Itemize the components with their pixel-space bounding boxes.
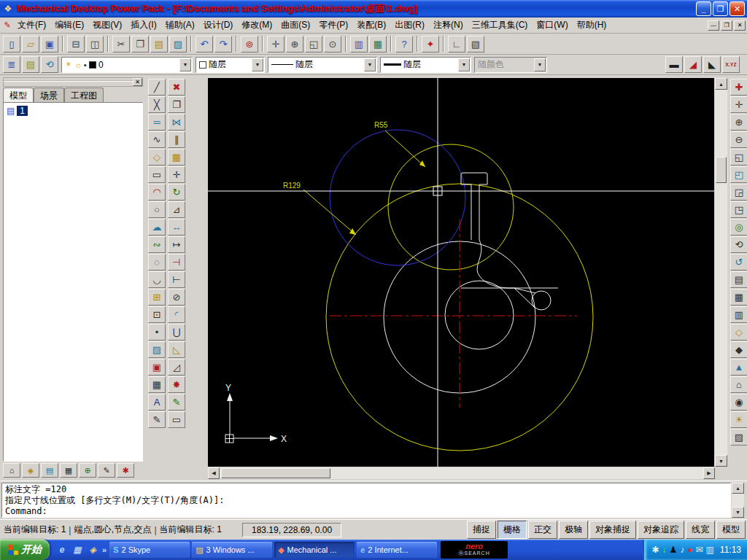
erase-icon[interactable]: ✖	[168, 79, 185, 96]
status-toggle[interactable]: 模型	[716, 521, 746, 539]
object-properties-icon[interactable]: ▭	[168, 411, 185, 428]
point-icon[interactable]: •	[148, 324, 166, 341]
lineweight-display-icon[interactable]: ▬	[665, 56, 683, 73]
status-toggle[interactable]: 线宽	[686, 521, 715, 539]
rotate-icon[interactable]: ↻	[168, 184, 185, 201]
break-point-icon[interactable]: ⊘	[168, 289, 185, 306]
render-icon[interactable]: ▨	[730, 429, 747, 446]
scroll-down-icon[interactable]: ▼	[715, 455, 727, 467]
top-view-icon[interactable]: ▦	[730, 289, 747, 306]
offset-icon[interactable]: ∥	[168, 131, 185, 148]
media-player-icon[interactable]: ◈	[86, 543, 99, 556]
properties-icon[interactable]: ▥	[350, 36, 368, 52]
antivirus-tray-icon[interactable]: ●	[687, 545, 692, 555]
color-dropdown[interactable]: 随层 ▼	[196, 57, 265, 73]
taskbar-task[interactable]: S2 Skype	[109, 542, 190, 558]
menu-item[interactable]: 视图(V)	[88, 17, 126, 34]
stretch-icon[interactable]: ↔	[168, 219, 185, 236]
browser-grid-icon[interactable]: ▦	[60, 463, 77, 478]
dropdown-arrow-icon[interactable]: ▼	[458, 58, 470, 71]
named-ucs-icon[interactable]: ◣	[703, 56, 721, 73]
arc-icon[interactable]: ◠	[148, 184, 166, 201]
dropdown-arrow-icon[interactable]: ▼	[364, 58, 376, 71]
revision-cloud-icon[interactable]: ☁	[148, 219, 166, 236]
volume-tray-icon[interactable]: ♪	[680, 545, 684, 555]
join-icon[interactable]: ⋃	[168, 324, 185, 341]
ucs-icon[interactable]: ∟	[448, 36, 465, 52]
lineweight-dropdown[interactable]: 随层 ▼	[380, 57, 471, 73]
zoom-window2-icon[interactable]: ◱	[730, 149, 747, 166]
zoom-out-icon[interactable]: ⊖	[730, 131, 747, 148]
layer-dropdown[interactable]: ☀ ☼ ▪ 0 ▼	[61, 57, 193, 73]
zoom-scale-icon[interactable]: ◲	[730, 184, 747, 201]
front-view-icon[interactable]: ▤	[730, 271, 747, 288]
maximize-button[interactable]: ❐	[713, 1, 728, 16]
left-view-icon[interactable]: ▥	[730, 306, 747, 323]
scroll-up-icon[interactable]: ▲	[715, 78, 727, 90]
browser-add-icon[interactable]: ⊕	[79, 463, 96, 478]
move-icon[interactable]: ✛	[168, 166, 185, 183]
shade-icon[interactable]: ◆	[730, 341, 747, 358]
orbit-icon[interactable]: ↺	[730, 254, 747, 271]
zoom-dynamic-icon[interactable]: ◰	[730, 166, 747, 183]
iso-view-icon[interactable]: ◇	[730, 324, 747, 341]
print-preview-icon[interactable]: ◫	[86, 36, 104, 52]
rectangle-icon[interactable]: ▭	[148, 166, 166, 183]
browser-tab[interactable]: 场景	[34, 88, 64, 102]
dropdown-arrow-icon[interactable]: ▼	[252, 58, 263, 71]
browser-edit-icon[interactable]: ✎	[98, 463, 115, 478]
ellipse-icon[interactable]: ◌	[148, 254, 166, 271]
browser-tab[interactable]: 工程图	[64, 88, 104, 102]
zoom-extents-icon[interactable]: ⟲	[730, 236, 747, 253]
drawing-vscrollbar[interactable]: ▲ ▼	[715, 78, 727, 467]
toolbar-button[interactable]	[390, 36, 392, 52]
pinyin-tray-icon[interactable]: ✱	[651, 545, 659, 555]
xyz-filter-icon[interactable]: X.YZ	[722, 56, 740, 73]
extend-icon[interactable]: ⊢	[168, 271, 185, 288]
qq-tray-icon[interactable]: ♟	[669, 545, 677, 555]
panel-close-icon[interactable]: ✕	[133, 78, 142, 86]
command-scrollbar[interactable]: ▲ ▼	[732, 483, 744, 518]
menu-item[interactable]: 注释(N)	[429, 17, 468, 34]
browser-options-icon[interactable]: ✱	[117, 463, 134, 478]
nero-search-widget[interactable]: nero ⓔSEARCH	[441, 541, 508, 559]
mirror-icon[interactable]: ⋈	[168, 114, 185, 131]
menu-item[interactable]: 帮助(H)	[573, 17, 611, 34]
redo-icon[interactable]: ↷	[214, 36, 232, 52]
close-button[interactable]: ✕	[729, 1, 745, 16]
mtext-icon[interactable]: A	[148, 394, 166, 411]
open-file-icon[interactable]: ▱	[22, 36, 39, 52]
help-icon[interactable]: ?	[395, 36, 413, 52]
taskbar-task[interactable]: ◆Mechanical ...	[274, 542, 355, 558]
status-toggle[interactable]: 捕捉	[467, 521, 496, 539]
menu-item[interactable]: 辅助(A)	[161, 17, 199, 34]
child-restore-icon[interactable]: ❐	[721, 20, 732, 31]
quick-launch-overflow-icon[interactable]: »	[102, 545, 109, 554]
tree-item[interactable]: ▤ 1	[7, 106, 139, 116]
menu-item[interactable]: 三维工具集(C)	[468, 17, 533, 34]
toolbar-button[interactable]	[236, 36, 237, 52]
toolbar-button[interactable]	[417, 36, 418, 52]
menu-item[interactable]: 插入(I)	[126, 17, 160, 34]
browser-scene-icon[interactable]: ◈	[22, 463, 39, 478]
browser-tab[interactable]: 模型	[3, 88, 34, 102]
toolbar-button[interactable]	[190, 36, 192, 52]
region-icon[interactable]: ▣	[148, 359, 166, 376]
browser-home-icon[interactable]: ⌂	[3, 463, 20, 478]
menu-item[interactable]: 窗口(W)	[532, 17, 572, 34]
taskbar-task[interactable]: e2 Internet...	[357, 542, 437, 558]
menu-item[interactable]: 文件(F)	[13, 17, 50, 34]
multiline-icon[interactable]: ═	[148, 114, 166, 131]
paste-icon[interactable]: ▤	[150, 36, 168, 52]
fillet-icon[interactable]: ◿	[168, 359, 185, 376]
toolbar-button[interactable]	[107, 36, 109, 52]
command-window[interactable]: 标注文字 =120指定尺寸线位置或 [多行文字(M)/文字(T)/角度(A)]:…	[0, 481, 747, 519]
pan-icon[interactable]: ✛	[267, 36, 285, 52]
start-button[interactable]: 开始	[0, 540, 50, 560]
print-icon[interactable]: ⊟	[67, 36, 85, 52]
object-snap-icon[interactable]: ⊚	[241, 36, 258, 52]
drawing-hscrollbar[interactable]: ◀ ▶	[208, 467, 715, 479]
child-minimize-icon[interactable]: —	[708, 20, 719, 31]
spline-icon[interactable]: ∾	[148, 236, 166, 253]
break-icon[interactable]: ◜	[168, 306, 185, 323]
